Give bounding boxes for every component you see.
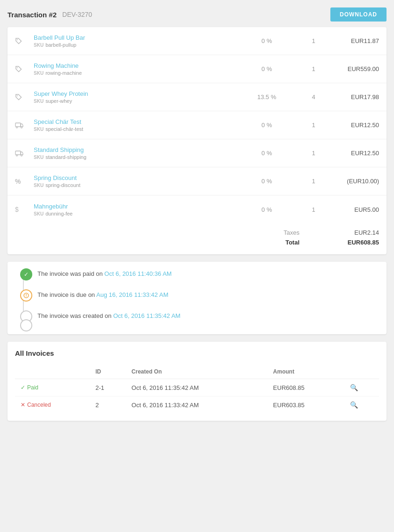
svg-point-5 <box>21 127 22 128</box>
table-header-row: ID Created On Amount <box>15 365 379 379</box>
svg-point-8 <box>21 155 22 156</box>
item-sku: SKUdunning-fee <box>34 211 239 216</box>
search-icon[interactable]: 🔍 <box>350 384 358 391</box>
table-row: ✓ Paid 2-1 Oct 6, 2016 11:35:42 AM EUR60… <box>15 379 379 396</box>
item-sku: SKUsuper-whey <box>34 98 239 104</box>
item-info: Special Chär Test SKUspecial-chär-test <box>34 118 239 132</box>
invoices-table: ID Created On Amount ✓ Paid 2-1 Oct 6, 2… <box>15 365 379 413</box>
item-qty: 1 <box>295 150 332 157</box>
timeline-dot-bottom <box>20 319 32 331</box>
header-left: Transaction #2 DEV-3270 <box>7 11 92 19</box>
checkmark-icon: ✓ <box>21 384 25 391</box>
item-sku: SKUspecial-chär-test <box>34 126 239 132</box>
timeline-highlight: Oct 6, 2016 11:40:36 AM <box>104 270 172 277</box>
all-invoices-title: All Invoices <box>15 349 379 357</box>
item-sku: SKUrowing-machine <box>34 70 239 76</box>
item-qty: 1 <box>295 122 332 129</box>
item-sku: SKUbarbell-pullup <box>34 42 239 48</box>
x-icon: ✕ <box>21 402 25 408</box>
timeline-event: The invoice was created on Oct 6, 2016 1… <box>26 311 377 319</box>
item-info: Standard Shipping SKUstandard-shipping <box>34 146 239 160</box>
item-tax: 0 % <box>239 150 295 157</box>
invoice-id: 2 <box>90 396 126 414</box>
search-icon[interactable]: 🔍 <box>350 401 358 409</box>
item-name[interactable]: Mahngebühr <box>34 203 239 210</box>
total-row: Total EUR608.85 <box>15 239 379 246</box>
totals-section: Taxes EUR2.14 Total EUR608.85 <box>7 223 387 254</box>
status-canceled: ✕ Canceled <box>21 402 84 408</box>
svg-point-4 <box>16 127 18 128</box>
item-name[interactable]: Barbell Pull Up Bar <box>34 34 239 41</box>
invoice-search-action[interactable]: 🔍 <box>344 396 379 414</box>
item-tax: 0 % <box>239 122 295 129</box>
item-info: Super Whey Protein SKUsuper-whey <box>34 90 239 104</box>
item-qty: 1 <box>295 206 332 213</box>
invoice-status: ✕ Canceled <box>15 396 90 414</box>
item-name[interactable]: Standard Shipping <box>34 146 239 153</box>
timeline-card: ✓ The invoice was paid on Oct 6, 2016 11… <box>7 262 387 334</box>
item-name[interactable]: Super Whey Protein <box>34 90 239 97</box>
item-sku: SKUstandard-shipping <box>34 154 239 160</box>
total-value: EUR608.85 <box>337 239 379 246</box>
col-id: ID <box>90 365 126 379</box>
taxes-label: Taxes <box>271 229 299 236</box>
item-tax: 13.5 % <box>239 93 295 101</box>
invoice-search-action[interactable]: 🔍 <box>344 379 379 396</box>
table-row: $ Mahngebühr SKUdunning-fee 0 % 1 EUR5.0… <box>7 195 387 223</box>
status-paid: ✓ Paid <box>21 384 84 391</box>
item-name[interactable]: Special Chär Test <box>34 118 239 125</box>
timeline-highlight: Aug 16, 2016 11:33:42 AM <box>96 291 168 298</box>
table-row: ✕ Canceled 2 Oct 6, 2016 11:33:42 AM EUR… <box>15 396 379 414</box>
invoice-status: ✓ Paid <box>15 379 90 396</box>
table-row: Super Whey Protein SKUsuper-whey 13.5 % … <box>7 83 387 111</box>
item-icon-percent: % <box>15 178 34 185</box>
total-label: Total <box>271 239 299 246</box>
table-row: Rowing Machine SKUrowing-machine 0 % 1 E… <box>7 55 387 83</box>
item-icon-tag <box>15 93 34 101</box>
item-tax: 0 % <box>239 206 295 213</box>
item-icon-dollar: $ <box>15 206 34 213</box>
timeline-highlight: Oct 6, 2016 11:35:42 AM <box>113 312 181 319</box>
svg-point-7 <box>16 155 18 156</box>
item-amount: EUR12.50 <box>332 150 379 157</box>
item-info: Rowing Machine SKUrowing-machine <box>34 62 239 76</box>
taxes-value: EUR2.14 <box>337 229 379 236</box>
item-amount: (EUR10.00) <box>332 178 379 185</box>
item-icon-truck <box>15 122 34 129</box>
table-row: % Spring Discount SKUspring-discount 0 %… <box>7 167 387 195</box>
invoice-created-on: Oct 6, 2016 11:35:42 AM <box>126 379 268 396</box>
transaction-id: DEV-3270 <box>62 11 92 18</box>
item-qty: 1 <box>295 65 332 72</box>
line-items-card: Barbell Pull Up Bar SKUbarbell-pullup 0 … <box>7 27 387 254</box>
timeline: ✓ The invoice was paid on Oct 6, 2016 11… <box>17 269 377 327</box>
col-created: Created On <box>126 365 268 379</box>
col-status <box>15 365 90 379</box>
timeline-event: ✓ The invoice was paid on Oct 6, 2016 11… <box>26 269 377 277</box>
col-action <box>344 365 379 379</box>
invoice-amount: EUR608.85 <box>268 379 344 396</box>
download-button[interactable]: DOWNLOAD <box>330 7 387 22</box>
timeline-content: The invoice was created on Oct 6, 2016 1… <box>37 311 181 319</box>
table-row: Special Chär Test SKUspecial-chär-test 0… <box>7 111 387 139</box>
item-qty: 1 <box>295 37 332 44</box>
item-sku: SKUspring-discount <box>34 182 239 188</box>
item-amount: EUR11.87 <box>332 37 379 44</box>
item-amount: EUR12.50 <box>332 122 379 129</box>
item-info: Mahngebühr SKUdunning-fee <box>34 203 239 216</box>
item-icon-truck <box>15 150 34 157</box>
item-name[interactable]: Rowing Machine <box>34 62 239 69</box>
item-qty: 4 <box>295 93 332 101</box>
item-tax: 0 % <box>239 37 295 44</box>
item-icon-tag <box>15 65 34 73</box>
item-amount: EUR559.00 <box>332 65 379 72</box>
item-info: Barbell Pull Up Bar SKUbarbell-pullup <box>34 34 239 48</box>
timeline-dot <box>20 289 32 302</box>
invoice-created-on: Oct 6, 2016 11:33:42 AM <box>126 396 268 414</box>
svg-point-1 <box>17 67 18 68</box>
col-amount: Amount <box>268 365 344 379</box>
timeline-content: The invoice is due on Aug 16, 2016 11:33… <box>37 290 168 298</box>
item-tax: 0 % <box>239 178 295 185</box>
page-header: Transaction #2 DEV-3270 DOWNLOAD <box>7 7 387 22</box>
item-name[interactable]: Spring Discount <box>34 174 239 181</box>
invoice-id: 2-1 <box>90 379 126 396</box>
